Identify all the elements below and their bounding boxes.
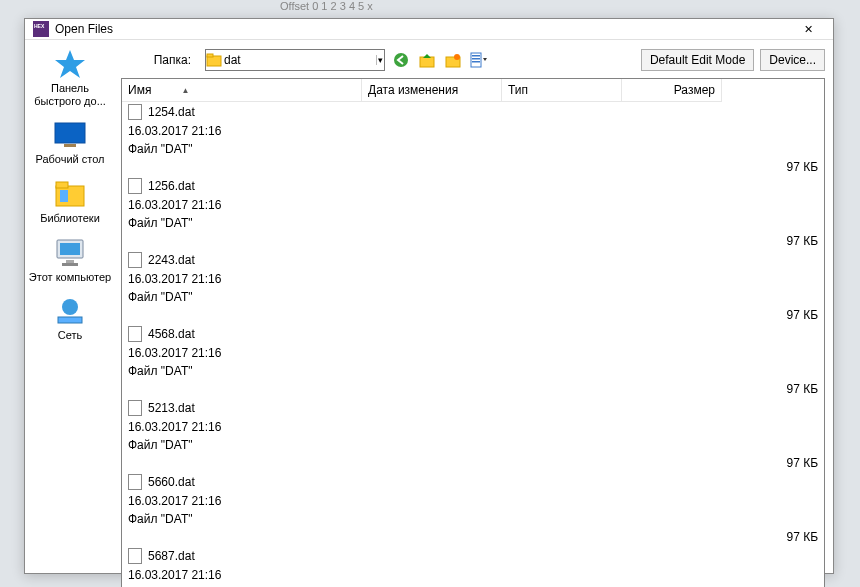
- file-icon: [128, 548, 142, 564]
- cell-date: 16.03.2017 21:16: [122, 270, 824, 288]
- cell-size: 97 КБ: [122, 158, 824, 176]
- star-icon: [54, 48, 86, 80]
- default-edit-mode-button[interactable]: Default Edit Mode: [641, 49, 754, 71]
- cell-date: 16.03.2017 21:16: [122, 566, 824, 584]
- computer-icon: [54, 237, 86, 269]
- cell-type: Файл "DAT": [122, 362, 824, 380]
- svg-rect-15: [207, 54, 213, 57]
- place-label: Рабочий стол: [28, 153, 112, 166]
- svg-rect-21: [472, 55, 480, 57]
- places-bar: Панель быстрого до... Рабочий стол Библи…: [25, 40, 115, 587]
- file-icon: [128, 400, 142, 416]
- cell-date: 16.03.2017 21:16: [122, 418, 824, 436]
- cell-size: 97 КБ: [122, 454, 824, 472]
- cell-name: 5687.dat: [122, 546, 824, 566]
- titlebar: HEX Open Files ✕: [25, 19, 833, 40]
- dialog-title: Open Files: [55, 22, 787, 36]
- col-name[interactable]: Имя▲: [122, 79, 362, 102]
- svg-text:HEX: HEX: [34, 23, 45, 29]
- back-button[interactable]: [391, 50, 411, 70]
- svg-rect-11: [62, 263, 78, 266]
- folder-icon: [206, 53, 222, 67]
- col-type[interactable]: Тип: [502, 79, 622, 102]
- cell-date: 16.03.2017 21:16: [122, 344, 824, 362]
- svg-rect-23: [472, 61, 480, 63]
- place-label: Сеть: [28, 329, 112, 342]
- svg-rect-10: [66, 260, 74, 263]
- place-label: Панель быстрого до...: [28, 82, 112, 107]
- svg-point-16: [394, 53, 408, 67]
- svg-rect-13: [58, 317, 82, 323]
- folder-combo[interactable]: ▾: [205, 49, 385, 71]
- place-network[interactable]: Сеть: [28, 295, 112, 342]
- cell-name: 4568.dat: [122, 324, 824, 344]
- file-icon: [128, 326, 142, 342]
- file-icon: [128, 178, 142, 194]
- desktop-icon: [54, 119, 86, 151]
- libraries-icon: [54, 178, 86, 210]
- cell-type: Файл "DAT": [122, 288, 824, 306]
- cell-name: 1254.dat: [122, 102, 824, 122]
- background-hex-strip: Offset 0 1 2 3 4 5 x: [280, 0, 373, 18]
- file-icon: [128, 252, 142, 268]
- cell-size: 97 КБ: [122, 232, 824, 250]
- cell-name: 5660.dat: [122, 472, 824, 492]
- folder-label: Папка:: [121, 53, 199, 67]
- cell-date: 16.03.2017 21:16: [122, 492, 824, 510]
- device-button[interactable]: Device...: [760, 49, 825, 71]
- cell-date: 16.03.2017 21:16: [122, 122, 824, 140]
- file-icon: [128, 474, 142, 490]
- svg-point-12: [62, 299, 78, 315]
- place-label: Этот компьютер: [28, 271, 112, 284]
- place-label: Библиотеки: [28, 212, 112, 225]
- cell-size: 97 КБ: [122, 306, 824, 324]
- place-desktop[interactable]: Рабочий стол: [28, 119, 112, 166]
- new-folder-button[interactable]: [443, 50, 463, 70]
- close-button[interactable]: ✕: [787, 19, 829, 39]
- cell-date: 16.03.2017 21:16: [122, 196, 824, 214]
- cell-name: 2243.dat: [122, 250, 824, 270]
- svg-rect-6: [56, 182, 68, 188]
- folder-input[interactable]: [222, 53, 376, 67]
- place-quick-access[interactable]: Панель быстрого до...: [28, 48, 112, 107]
- cell-type: Файл "DAT": [122, 510, 824, 528]
- cell-size: 97 КБ: [122, 528, 824, 546]
- chevron-down-icon[interactable]: ▾: [376, 55, 384, 65]
- open-file-dialog: HEX Open Files ✕ Панель быстрого до... Р…: [24, 18, 834, 574]
- place-libraries[interactable]: Библиотеки: [28, 178, 112, 225]
- place-this-pc[interactable]: Этот компьютер: [28, 237, 112, 284]
- app-icon: HEX: [33, 21, 49, 37]
- svg-rect-3: [55, 123, 85, 143]
- cell-name: 5213.dat: [122, 398, 824, 418]
- cell-type: Файл "DAT": [122, 140, 824, 158]
- svg-point-19: [454, 54, 460, 60]
- svg-rect-22: [472, 58, 480, 60]
- svg-rect-17: [420, 57, 434, 67]
- svg-rect-4: [64, 144, 76, 147]
- network-icon: [54, 295, 86, 327]
- column-headers: Имя▲ Дата изменения Тип Размер: [122, 79, 824, 102]
- svg-rect-7: [60, 190, 68, 202]
- file-list: Имя▲ Дата изменения Тип Размер 1254.dat1…: [121, 78, 825, 587]
- col-date[interactable]: Дата изменения: [362, 79, 502, 102]
- cell-type: Файл "DAT": [122, 214, 824, 232]
- file-icon: [128, 104, 142, 120]
- cell-type: Файл "DAT": [122, 436, 824, 454]
- sort-asc-icon: ▲: [181, 86, 189, 95]
- up-button[interactable]: [417, 50, 437, 70]
- cell-size: 97 КБ: [122, 380, 824, 398]
- svg-rect-9: [60, 243, 80, 255]
- views-button[interactable]: [469, 50, 489, 70]
- col-size[interactable]: Размер: [622, 79, 722, 102]
- svg-marker-2: [55, 50, 85, 78]
- cell-name: 1256.dat: [122, 176, 824, 196]
